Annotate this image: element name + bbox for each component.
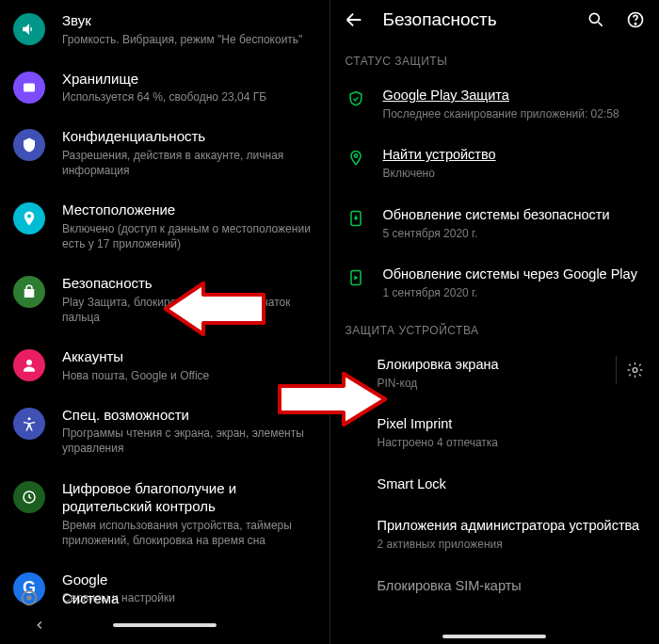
wellbeing-icon — [13, 481, 45, 513]
location-icon — [13, 202, 45, 234]
update-icon — [346, 208, 366, 229]
item-sub: Используется 64 %, свободно 23,04 ГБ — [62, 89, 314, 105]
setting-item-storage[interactable]: Хранилище Используется 64 %, свободно 23… — [0, 58, 330, 117]
annotation-arrow-right — [276, 371, 389, 427]
item-sub: Включено (доступ к данным о местоположен… — [62, 221, 314, 251]
item-title: Звук — [62, 11, 314, 30]
page-title: Безопасность — [383, 9, 568, 30]
nav-bar — [0, 606, 330, 644]
nav-back-button[interactable] — [33, 619, 46, 632]
svg-point-12 — [633, 367, 637, 372]
device-sub: 2 активных приложения — [378, 538, 645, 553]
pin-icon — [346, 148, 366, 169]
svg-point-5 — [27, 596, 31, 600]
svg-point-2 — [28, 417, 31, 420]
item-title: Конфиденциальность — [62, 127, 314, 146]
svg-point-1 — [26, 360, 32, 365]
item-sub: Громкость. Вибрация, режим "Не беспокоит… — [62, 32, 314, 47]
item-sub: Разрешения, действия в аккаунте, личная … — [62, 148, 314, 178]
status-sub: Включено — [383, 167, 645, 182]
security-pane: Безопасность СТАТУС ЗАЩИТЫ Google Play З… — [330, 0, 660, 644]
device-title: Smart Lock — [378, 475, 645, 493]
help-icon[interactable] — [625, 9, 646, 30]
device-title: Pixel Imprint — [378, 415, 645, 433]
item-sub: Время использования устройства, таймеры … — [62, 518, 314, 548]
device-item-smart-lock[interactable]: Smart Lock — [330, 464, 660, 507]
search-icon[interactable] — [586, 9, 606, 30]
device-item-sim-lock[interactable]: Блокировка SIM-карты — [330, 566, 660, 608]
status-item-security-update[interactable]: Обновление системы безопасности 5 сентяб… — [330, 195, 660, 254]
status-sub: 5 сентября 2020 г. — [383, 227, 645, 242]
privacy-icon — [13, 129, 45, 161]
status-sub: Последнее сканирование приложений: 02:58 — [383, 107, 645, 122]
status-title: Найти устройство — [383, 146, 645, 164]
security-icon — [13, 276, 45, 308]
device-title: Блокировка SIM-карты — [378, 577, 645, 595]
svg-point-8 — [635, 24, 635, 24]
accessibility-icon — [13, 408, 45, 440]
device-title: Приложения администратора устройства — [378, 517, 645, 535]
section-status-header: СТАТУС ЗАЩИТЫ — [330, 45, 660, 75]
status-title: Обновление системы через Google Play — [383, 266, 645, 283]
status-title: Обновление системы безопасности — [383, 206, 645, 224]
item-title: Аккаунты — [62, 347, 314, 366]
status-title: Google Play Защита — [383, 87, 645, 105]
svg-point-6 — [589, 13, 599, 23]
svg-rect-0 — [24, 83, 35, 91]
gear-icon[interactable] — [616, 356, 644, 384]
device-sub: PIN-код — [378, 377, 592, 392]
accounts-icon — [13, 349, 45, 381]
setting-item-privacy[interactable]: Конфиденциальность Разрешения, действия … — [0, 116, 330, 189]
shield-icon — [346, 89, 366, 109]
item-sub: Программы чтения с экрана, экран, элемен… — [62, 426, 314, 456]
item-title: Хранилище — [62, 70, 314, 89]
section-device-header: ЗАЩИТА УСТРОЙСТВА — [330, 314, 660, 345]
annotation-arrow-left — [162, 282, 265, 336]
back-arrow-icon[interactable] — [344, 9, 364, 30]
system-label: Система — [62, 590, 119, 606]
setting-item-location[interactable]: Местоположение Включено (доступ к данным… — [0, 189, 330, 263]
status-item-find-device[interactable]: Найти устройство Включено — [330, 135, 660, 194]
sound-icon — [13, 13, 45, 45]
setting-item-sound[interactable]: Звук Громкость. Вибрация, режим "Не бесп… — [0, 0, 330, 58]
status-item-play-system-update[interactable]: Обновление системы через Google Play 1 с… — [330, 254, 660, 314]
status-sub: 1 сентября 2020 г. — [383, 286, 645, 301]
nav-home-pill[interactable] — [442, 635, 546, 638]
play-update-icon — [346, 267, 366, 288]
item-title: Местоположение — [62, 201, 314, 219]
device-title: Блокировка экрана — [378, 356, 592, 374]
nav-home-pill[interactable] — [113, 623, 217, 627]
status-item-play-protect[interactable]: Google Play Защита Последнее сканировани… — [330, 75, 660, 135]
device-sub: Настроено 4 отпечатка — [378, 436, 645, 451]
svg-point-9 — [354, 154, 357, 157]
storage-icon — [13, 72, 45, 104]
security-header: Безопасность — [330, 0, 660, 45]
setting-item-wellbeing[interactable]: Цифровое благополучие и родительский кон… — [0, 468, 330, 559]
item-title: Цифровое благополучие и родительский кон… — [62, 479, 314, 516]
device-item-admin-apps[interactable]: Приложения администратора устройства 2 а… — [330, 506, 660, 565]
